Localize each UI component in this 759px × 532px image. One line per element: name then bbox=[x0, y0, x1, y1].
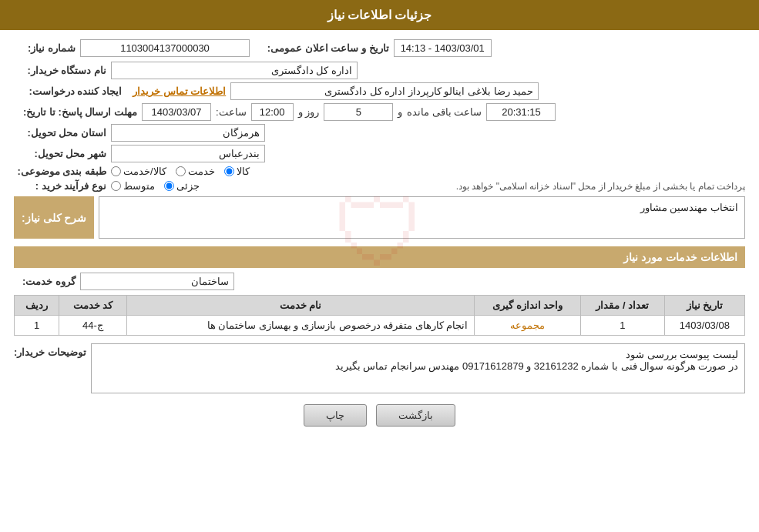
cell-count: 1 bbox=[580, 316, 664, 336]
goroh-label: گروه خدمت: bbox=[14, 276, 76, 287]
tabaqe-label: طبقه بندی موضوعی: bbox=[14, 166, 106, 177]
navoe-label: نوع فرآیند خرید : bbox=[14, 180, 106, 192]
radio-motovaset-label: متوسط bbox=[123, 180, 155, 192]
tarikh-aelaan-value: 1403/03/01 - 14:13 bbox=[394, 39, 492, 57]
col-unit: واحد اندازه گیری bbox=[475, 296, 580, 316]
col-radif: ردیف bbox=[15, 296, 59, 316]
col-count: تعداد / مقدار bbox=[580, 296, 664, 316]
shomara-niaz-value: 1103004137000030 bbox=[80, 39, 250, 57]
section-khadamat-title: اطلاعات خدمات مورد نیاز bbox=[14, 246, 745, 268]
tozihat-label: توضیحات خریدار: bbox=[14, 343, 86, 358]
col-date: تاریخ نیاز bbox=[664, 296, 744, 316]
radio-kala[interactable]: کالا bbox=[224, 166, 250, 177]
cell-unit: مجموعه bbox=[475, 316, 580, 336]
ostan-label: استان محل تحویل: bbox=[14, 127, 106, 139]
rooz-label: روز و bbox=[298, 106, 320, 118]
radio-motovaset-input[interactable] bbox=[111, 181, 121, 191]
col-code: کد خدمت bbox=[59, 296, 126, 316]
table-row: 1403/03/08 1 مجموعه انجام کارهای متفرقه … bbox=[15, 316, 745, 336]
page-title: جزئیات اطلاعات نیاز bbox=[0, 0, 759, 30]
saat-label: ساعت: bbox=[216, 106, 247, 118]
ostan-value: هرمزگان bbox=[111, 124, 265, 142]
ettelaat-tamas-link[interactable]: اطلاعات تماس خریدار bbox=[133, 85, 226, 97]
radio-kala-khedmat[interactable]: کالا/خدمت bbox=[111, 166, 166, 177]
service-table: تاریخ نیاز تعداد / مقدار واحد اندازه گیر… bbox=[14, 295, 745, 336]
manandeh-label: ساعت باقی مانده bbox=[407, 106, 482, 118]
rooz-value: 5 bbox=[324, 103, 393, 121]
cell-name: انجام کارهای متفرقه درخصوص بازسازی و بهس… bbox=[126, 316, 475, 336]
sharh-value: انتخاب مهندسین مشاور bbox=[99, 196, 745, 239]
ijad-konande-value: حمید رضا بلاغی اینالو کارپرداز اداره کل … bbox=[230, 82, 539, 100]
radio-khedmat-input[interactable] bbox=[176, 166, 186, 176]
col-name: نام خدمت bbox=[126, 296, 475, 316]
shahr-label: شهر محل تحویل: bbox=[14, 148, 106, 159]
tarikh-aelaan-label: تاریخ و ساعت اعلان عمومی: bbox=[267, 42, 389, 54]
cell-date: 1403/03/08 bbox=[664, 316, 744, 336]
radio-kala-label: کالا bbox=[237, 166, 250, 177]
radio-kala-input[interactable] bbox=[224, 166, 234, 176]
name-dastgah-value: اداره کل دادگستری bbox=[111, 62, 358, 79]
tozihat-value: لیست پیوست بررسی شود در صورت هرگونه سوال… bbox=[91, 343, 745, 393]
navoe-desc: پرداخت تمام یا بخشی از مبلغ خریدار از مح… bbox=[212, 181, 745, 192]
radio-jozyi-input[interactable] bbox=[164, 181, 174, 191]
radio-jozyi-label: جزئی bbox=[176, 180, 200, 192]
radio-kala-khedmat-label: کالا/خدمت bbox=[123, 166, 166, 177]
btn-chap[interactable]: چاپ bbox=[304, 404, 367, 427]
radio-motovaset[interactable]: متوسط bbox=[111, 180, 155, 192]
tarikh-value: 1403/03/07 bbox=[142, 103, 211, 121]
sharh-label: شرح کلی نیاز: bbox=[14, 196, 94, 239]
shomara-niaz-label: شماره نیاز: bbox=[14, 42, 76, 54]
radio-khedmat-label: خدمت bbox=[188, 166, 215, 177]
shahr-value: بندرعباس bbox=[111, 145, 265, 162]
cell-code: ج-44 bbox=[59, 316, 126, 336]
radio-khedmat[interactable]: خدمت bbox=[176, 166, 215, 177]
countdown-value: 20:31:15 bbox=[486, 103, 556, 121]
name-dastgah-label: نام دستگاه خریدار: bbox=[14, 65, 106, 76]
mohlat-label: مهلت ارسال پاسخ: تا تاریخ: bbox=[14, 106, 137, 118]
ijad-konande-label: ایجاد کننده درخواست: bbox=[14, 85, 122, 97]
radio-jozyi[interactable]: جزئی bbox=[164, 180, 200, 192]
btn-bazgasht[interactable]: بازگشت bbox=[376, 404, 455, 427]
saat-value: 12:00 bbox=[251, 103, 294, 121]
cell-radif: 1 bbox=[15, 316, 59, 336]
radio-kala-khedmat-input[interactable] bbox=[111, 166, 121, 176]
goroh-value: ساختمان bbox=[80, 273, 234, 290]
